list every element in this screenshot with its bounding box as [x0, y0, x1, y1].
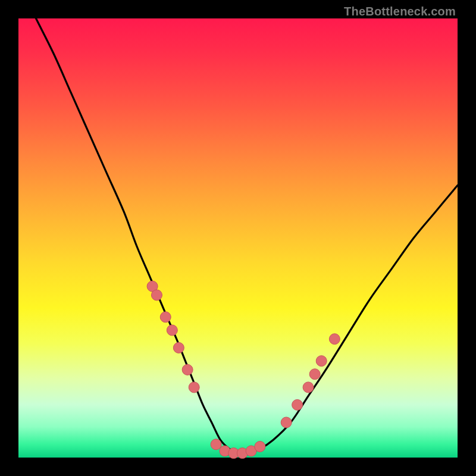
curve-marker [151, 290, 162, 300]
curve-markers [147, 281, 340, 458]
bottleneck-curve [18, 0, 458, 454]
curve-marker [316, 356, 327, 367]
curve-marker [160, 312, 171, 322]
curve-marker [329, 334, 340, 345]
chart-frame: TheBottleneck.com [0, 0, 476, 476]
curve-marker [173, 343, 184, 353]
curve-marker [182, 364, 193, 375]
curve-marker [309, 369, 320, 380]
curve-marker [281, 417, 292, 428]
curve-marker [167, 325, 177, 336]
plot-area [18, 18, 458, 458]
curve-marker [211, 439, 221, 450]
curve-marker [292, 399, 303, 410]
curve-marker [255, 441, 265, 452]
watermark-text: TheBottleneck.com [344, 5, 456, 18]
curve-marker [303, 382, 314, 393]
chart-svg [18, 18, 458, 458]
curve-marker [189, 382, 199, 393]
